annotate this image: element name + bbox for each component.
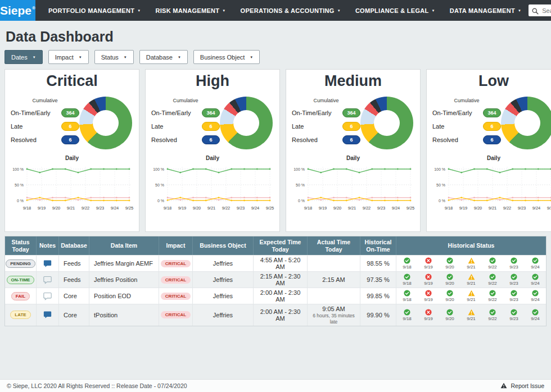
history-date-label: 9/24 (531, 281, 540, 286)
cell-notes[interactable] (37, 256, 59, 271)
history-date-label: 9/18 (403, 316, 412, 321)
card-cumulative-section: CumulativeOn-Time/Early364Late6Resolved6 (146, 90, 279, 149)
chevron-down-icon: ▼ (124, 56, 127, 59)
legend-label: Resolved (151, 136, 177, 143)
card-cumulative-section: CumulativeOn-Time/Early364Late6Resolved6 (427, 90, 551, 149)
chevron-down-icon: ▼ (250, 56, 253, 59)
x-circle-icon (425, 309, 432, 316)
table-row: PENDINGFeedsJeffries Margin AEMFCRITICAL… (5, 255, 546, 271)
cell-database: Feeds (59, 272, 89, 288)
filter-dates-button[interactable]: Dates▼ (4, 50, 43, 64)
cell-history-9-23: 9/23 (503, 272, 525, 288)
history-date-label: 9/21 (467, 316, 476, 321)
cell-history-9-24: 9/24 (525, 272, 546, 288)
table-row: FAILCorePosition EODCRITICALJeffries2:00… (5, 288, 546, 304)
column-header-notes: Notes (37, 236, 59, 255)
menu-item-label: DATA MANAGEMENT (450, 7, 515, 14)
impact-badge: CRITICAL (161, 293, 191, 300)
cell-actual-time (308, 288, 360, 304)
warning-icon (500, 382, 507, 390)
status-card-medium: MediumCumulativeOn-Time/Early364Late6Res… (286, 69, 421, 232)
cell-history-9-20: 9/20 (439, 288, 460, 304)
cell-historical-on-time: 97.35 % (360, 272, 396, 288)
check-circle-icon (446, 309, 453, 316)
report-issue-link[interactable]: Report Issue (500, 382, 544, 390)
filter-status-button[interactable]: Status▼ (94, 50, 134, 64)
legend-row-resolved: Resolved6 (151, 135, 220, 144)
cumulative-label: Cumulative (432, 98, 501, 103)
cell-historical-on-time: 99.85 % (360, 288, 396, 304)
column-header-historical-status: Historical Status (396, 236, 546, 255)
legend-row-on-time-early: On-Time/Early364 (432, 108, 501, 117)
cell-historical-on-time: 99.90 % (360, 304, 396, 326)
status-cards: CriticalCumulativeOn-Time/Early364Late6R… (4, 69, 547, 232)
chevron-down-icon: ▼ (337, 9, 341, 12)
cell-history-9-24: 9/24 (525, 288, 546, 304)
menu-item-risk-management[interactable]: RISK MANAGEMENT▼ (148, 0, 233, 21)
menu-item-portfolio-management[interactable]: PORTFOLIO MANAGEMENT▼ (41, 0, 148, 21)
siepe-logo[interactable]: Siepe® (0, 0, 35, 21)
daily-x-label: 9/25 (547, 206, 551, 211)
cell-status-today: LATE (5, 304, 37, 326)
legend-label: Late (292, 123, 304, 130)
check-circle-icon (532, 290, 539, 297)
legend-row-resolved: Resolved6 (432, 135, 501, 144)
cumulative-label: Cumulative (11, 98, 79, 103)
legend-row-late: Late6 (432, 122, 501, 131)
cell-expected-time: 4:55 AM - 5:20 AM (254, 256, 308, 271)
daily-x-label: 9/22 (363, 206, 371, 211)
warning-triangle-icon (468, 290, 475, 297)
cell-expected-time: 2:00 AM - 2:30 AM (254, 304, 308, 326)
column-header-data-item: Data Item (89, 236, 159, 255)
cell-notes[interactable] (37, 304, 59, 326)
daily-x-label: 9/21 (207, 206, 216, 211)
cell-notes[interactable] (37, 272, 59, 288)
column-header-database: Database (59, 236, 89, 255)
x-circle-icon (425, 257, 432, 264)
history-date-label: 9/21 (467, 281, 476, 286)
daily-line-chart: 9/189/199/209/219/229/239/249/25100 %50 … (146, 161, 279, 215)
search-box (529, 4, 551, 16)
cumulative-legend: CumulativeOn-Time/Early364Late6Resolved6 (292, 98, 360, 149)
cumulative-donut-chart (79, 97, 132, 149)
legend-label: Late (151, 123, 163, 130)
cell-notes[interactable] (37, 288, 59, 304)
daily-y-label: 50 % (296, 183, 305, 187)
cumulative-legend: CumulativeOn-Time/Early364Late6Resolved6 (11, 98, 79, 149)
cell-history-9-19: 9/19 (418, 288, 439, 304)
daily-x-label: 9/24 (532, 206, 541, 211)
daily-label: Daily (427, 155, 551, 161)
daily-y-label: 0 % (157, 199, 164, 203)
warning-triangle-icon (468, 274, 475, 280)
daily-x-label: 9/18 (304, 206, 313, 211)
impact-badge: CRITICAL (161, 260, 191, 267)
menu-item-operations-accounting[interactable]: OPERATIONS & ACCOUNTING▼ (233, 0, 348, 21)
daily-x-label: 9/20 (333, 206, 342, 211)
filter-impact-button[interactable]: Impact▼ (48, 50, 89, 64)
check-circle-icon (532, 257, 539, 264)
card-cumulative-section: CumulativeOn-Time/Early364Late6Resolved6 (286, 90, 420, 149)
x-circle-icon (425, 274, 432, 280)
history-date-label: 9/24 (531, 316, 540, 321)
menu-item-label: COMPLIANCE & LEGAL (355, 7, 429, 14)
menu-item-data-management[interactable]: DATA MANAGEMENT▼ (442, 0, 529, 21)
actual-time-value: 2:15 AM (322, 276, 345, 284)
daily-line-chart: 9/189/199/209/219/229/239/249/25100 %50 … (286, 161, 420, 215)
check-circle-icon (489, 274, 496, 280)
legend-row-late: Late6 (11, 122, 79, 131)
check-circle-icon (532, 274, 539, 280)
daily-label: Daily (286, 155, 420, 161)
filter-label: Impact (55, 54, 74, 61)
cell-history-9-18: 9/18 (396, 304, 418, 326)
menu-item-label: OPERATIONS & ACCOUNTING (241, 7, 335, 14)
filter-database-button[interactable]: Database▼ (139, 50, 188, 64)
cumulative-legend: CumulativeOn-Time/Early364Late6Resolved6 (432, 98, 501, 149)
check-circle-icon (511, 290, 517, 297)
daily-x-label: 9/24 (392, 206, 400, 211)
status-card-low: LowCumulativeOn-Time/Early364Late6Resolv… (426, 69, 551, 232)
cell-history-9-22: 9/22 (482, 272, 503, 288)
menu-item-compliance-legal[interactable]: COMPLIANCE & LEGAL▼ (348, 0, 442, 21)
filter-business-object-button[interactable]: Business Object▼ (193, 50, 260, 64)
legend-row-late: Late6 (151, 122, 220, 131)
table-header-row: Status TodayNotesDatabaseData ItemImpact… (5, 236, 546, 255)
